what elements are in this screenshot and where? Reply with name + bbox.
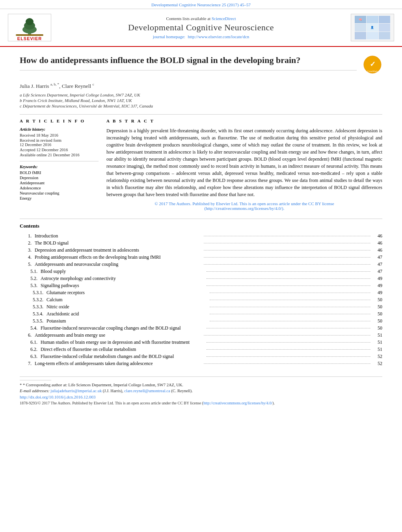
affiliation-c: c Département de Neurosciences, Universi… [20, 104, 382, 108]
sciencedirect-link[interactable]: ScienceDirect [212, 16, 236, 21]
keyword-bold-fmri: BOLD fMRI [20, 171, 99, 175]
toc-label: Astrocyte morphology and connectivity [41, 276, 205, 282]
logo-cell-3 [379, 16, 390, 23]
toc-item: 6.Antidepressants and brain energy use51 [20, 332, 382, 338]
article-title: How do antidepressants influence the BOL… [20, 55, 357, 70]
keyword-energy: Energy [20, 196, 99, 200]
toc-label: Calcium [47, 297, 208, 303]
history-label: Article history: [20, 127, 99, 132]
toc-label: The BOLD signal [35, 240, 202, 246]
logo-cell-8 [367, 32, 378, 39]
toc-item: 5.Antidepressants and neurovascular coup… [20, 261, 382, 267]
contents-available-text: Contents lists available at [166, 16, 210, 21]
abstract-section: A B S T R A C T Depression is a highly p… [106, 119, 382, 211]
toc-item: 6.1.Human studies of brain energy use in… [20, 339, 382, 345]
toc-label: Direct effects of fluoxetine on cellular… [41, 347, 205, 352]
toc-number: 2. [20, 240, 32, 246]
article-info-column: A R T I C L E I N F O Article history: R… [20, 119, 99, 211]
toc-page: 47 [372, 261, 382, 267]
contents-section: Contents 1.Introduction462.The BOLD sign… [20, 219, 382, 367]
toc-dots [204, 363, 371, 364]
toc-dots [204, 243, 371, 243]
elsevier-wordmark: ELSEVIER [17, 36, 42, 41]
crossmark-container[interactable]: ✓ CrossMark [357, 55, 382, 74]
toc-page: 50 [372, 297, 382, 303]
toc-number: 5.4. [20, 325, 37, 331]
toc-label: Glutamate receptors [47, 290, 208, 296]
keyword-neurovascular: Neurovascular coupling [20, 191, 99, 195]
doi-line[interactable]: http://dx.doi.org/10.1016/j.dcn.2016.12.… [20, 395, 382, 399]
received-revised-text2: 12 December 2016 [20, 143, 51, 147]
contents-title: Contents [20, 223, 382, 229]
article-info-heading: A R T I C L E I N F O [20, 119, 99, 123]
logo-grid: 🧠 👤 [355, 16, 390, 39]
toc-dots [210, 321, 371, 321]
received-revised: Received in revised form 12 December 201… [20, 138, 99, 147]
journal-title: Developmental Cognitive Neuroscience [55, 22, 347, 33]
toc-label: Human studies of brain energy use in dep… [41, 339, 205, 345]
homepage-label: journal homepage: [153, 34, 185, 39]
toc-page: 51 [372, 347, 382, 352]
affiliation-a: a Life Sciences Department, Imperial Col… [20, 93, 382, 97]
toc-page: 50 [372, 304, 382, 310]
toc-number: 3. [20, 247, 32, 253]
toc-item: 5.1.Blood supply47 [20, 269, 382, 274]
journal-homepage-line: journal homepage: http://www.elsevier.co… [55, 34, 347, 39]
footer-rule [20, 380, 51, 380]
footer-section: * * Corresponding author at: Life Scienc… [20, 376, 382, 405]
affil-sup-c: c [93, 82, 94, 86]
sciencedirect-line: Contents lists available at ScienceDirec… [55, 16, 347, 21]
license-url[interactable]: (http://creativecommons.org/licenses/by/… [205, 206, 285, 211]
toc-page: 49 [372, 290, 382, 296]
email1-link[interactable]: juliajadeharris@imperial.ac.uk [50, 389, 102, 393]
toc-dots [207, 271, 370, 272]
toc-number: 7. [20, 361, 32, 367]
abstract-heading: A B S T R A C T [106, 119, 382, 123]
email2-link[interactable]: clare.reynell@umontreal.ca [124, 389, 170, 393]
toc-item: 6.2.Direct effects of fluoxetine on cell… [20, 347, 382, 352]
toc-page: 52 [372, 361, 382, 367]
toc-number: 6. [20, 332, 32, 338]
journal-reference-bar: Developmental Cognitive Neuroscience 25 … [0, 0, 402, 9]
logo-cell-9 [379, 32, 390, 39]
email-note: E-mail addresses: juliajadeharris@imperi… [20, 389, 382, 393]
homepage-url[interactable]: http://www.elsevier.com/locate/dcn [188, 34, 249, 39]
authors-line: Julia J. Harris a, b, *, Clare Reynell c [20, 82, 382, 89]
toc-number: 5.2. [20, 276, 37, 282]
toc-number: 5. [20, 261, 32, 267]
issn-url[interactable]: http://creativecommons.org/licenses/by/4… [203, 401, 272, 405]
keywords-section: Keywords: BOLD fMRI Depression Antidepre… [20, 165, 99, 200]
affil-sup-a: a, b, * [50, 82, 59, 86]
toc-number: 5.3.1. [20, 290, 43, 296]
toc-label: Introduction [35, 233, 202, 239]
doi-url[interactable]: http://dx.doi.org/10.1016/j.dcn.2016.12.… [20, 395, 96, 399]
toc-item: 5.3.2.Calcium50 [20, 297, 382, 303]
toc-page: 47 [372, 254, 382, 260]
toc-dots [204, 257, 371, 258]
toc-label: Probing antidepressant effects on the de… [35, 254, 202, 260]
svg-text:CrossMark: CrossMark [367, 70, 378, 72]
elsevier-logo: ELSEVIER [8, 14, 51, 41]
toc-dots [204, 236, 371, 236]
publisher-logo-right: 🧠 👤 [351, 14, 394, 41]
toc-dots [204, 264, 371, 265]
svg-rect-4 [16, 34, 43, 36]
title-section: How do antidepressants influence the BOL… [20, 55, 382, 78]
toc-label: Signalling pathways [41, 283, 205, 289]
toc-number: 5.3.5. [20, 318, 43, 324]
toc-page: 47 [372, 269, 382, 274]
toc-page: 52 [372, 354, 382, 360]
toc-page: 51 [372, 339, 382, 345]
toc-item: 4.Probing antidepressant effects on the … [20, 254, 382, 260]
keywords-label: Keywords: [20, 165, 99, 169]
toc-dots [207, 356, 370, 357]
email1-name: (J.J. Harris), [103, 389, 123, 393]
keyword-depression: Depression [20, 176, 99, 180]
logo-cell-1: 🧠 [355, 16, 366, 23]
svg-text:✓: ✓ [370, 60, 376, 68]
toc-page: 50 [372, 318, 382, 324]
toc-item: 5.3.4.Arachidonic acid50 [20, 311, 382, 317]
toc-page: 46 [372, 233, 382, 239]
received-revised-text1: Received in revised form [20, 138, 61, 143]
abstract-body: Depression is a highly prevalent life-th… [106, 127, 382, 198]
